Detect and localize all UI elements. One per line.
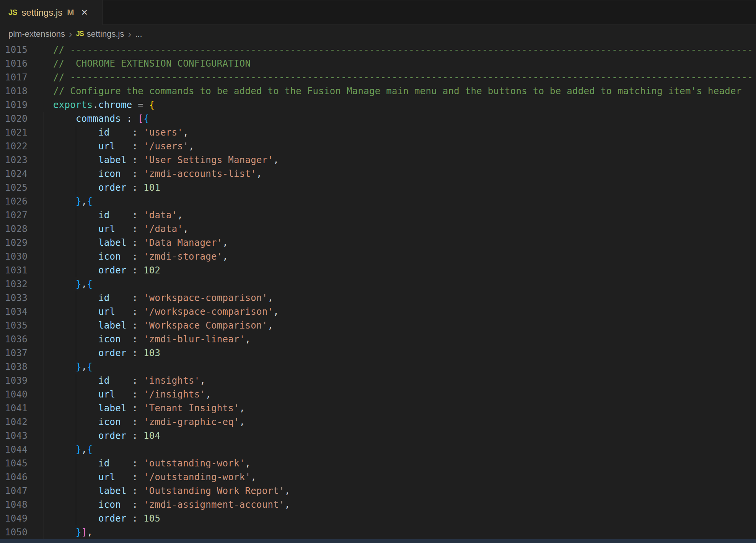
code-line[interactable]: 1022 url : '/users', — [0, 139, 756, 153]
line-number[interactable]: 1031 — [0, 263, 28, 277]
code-text[interactable]: id : 'outstanding-work', — [53, 456, 251, 470]
code-line[interactable]: 1028 url : '/data', — [0, 222, 756, 236]
code-line[interactable]: 1029 label : 'Data Manager', — [0, 236, 756, 250]
tab-settings-js[interactable]: JS settings.js M ✕ — [0, 0, 103, 25]
line-number[interactable]: 1046 — [0, 470, 28, 484]
code-line[interactable]: 1043 order : 104 — [0, 429, 756, 443]
code-text[interactable]: url : '/workspace-comparison', — [53, 305, 279, 319]
line-number[interactable]: 1050 — [0, 525, 28, 539]
line-number[interactable]: 1020 — [0, 112, 28, 126]
code-line[interactable]: 1030 icon : 'zmdi-storage', — [0, 250, 756, 263]
code-line[interactable]: 1027 id : 'data', — [0, 208, 756, 222]
line-number[interactable]: 1029 — [0, 236, 28, 250]
line-number[interactable]: 1027 — [0, 208, 28, 222]
line-number[interactable]: 1033 — [0, 291, 28, 305]
code-text[interactable]: commands : [{ — [53, 112, 149, 126]
code-line[interactable]: 1048 icon : 'zmdi-assignment-account', — [0, 498, 756, 512]
line-number[interactable]: 1034 — [0, 305, 28, 319]
code-text[interactable]: icon : 'zmdi-accounts-list', — [53, 167, 262, 181]
line-number[interactable]: 1017 — [0, 70, 28, 84]
code-line[interactable]: 1025 order : 101 — [0, 181, 756, 195]
code-text[interactable]: id : 'insights', — [53, 374, 205, 388]
code-line[interactable]: 1035 label : 'Workspace Comparison', — [0, 319, 756, 332]
line-number[interactable]: 1040 — [0, 388, 28, 401]
code-line[interactable]: 1038 },{ — [0, 360, 756, 374]
code-text[interactable]: },{ — [53, 195, 93, 208]
line-number[interactable]: 1036 — [0, 332, 28, 346]
code-text[interactable]: exports.chrome = { — [53, 98, 155, 112]
code-text[interactable]: // Configure the commands to be added to… — [53, 84, 741, 98]
close-tab-icon[interactable]: ✕ — [81, 8, 88, 18]
code-text[interactable]: // -------------------------------------… — [53, 43, 753, 57]
code-line[interactable]: 1016// CHOROME EXTENSION CONFIGURATION — [0, 57, 756, 70]
code-text[interactable]: },{ — [53, 443, 93, 456]
code-text[interactable]: },{ — [53, 360, 93, 374]
line-number[interactable]: 1032 — [0, 277, 28, 291]
code-text[interactable]: icon : 'zmdi-assignment-account', — [53, 498, 290, 512]
code-text[interactable]: label : 'User Settings Manager', — [53, 153, 279, 167]
line-number[interactable]: 1030 — [0, 250, 28, 263]
code-line[interactable]: 1018// Configure the commands to be adde… — [0, 84, 756, 98]
code-editor[interactable]: 1015// ---------------------------------… — [0, 43, 756, 539]
code-line[interactable]: 1047 label : 'Outstanding Work Report', — [0, 484, 756, 498]
line-number[interactable]: 1019 — [0, 98, 28, 112]
code-text[interactable]: icon : 'zmdi-graphic-eq', — [53, 415, 245, 429]
line-number[interactable]: 1025 — [0, 181, 28, 195]
breadcrumb-folder[interactable]: plm-extensions — [8, 29, 65, 39]
line-number[interactable]: 1035 — [0, 319, 28, 332]
code-line[interactable]: 1020 commands : [{ — [0, 112, 756, 126]
line-number[interactable]: 1026 — [0, 195, 28, 208]
code-line[interactable]: 1044 },{ — [0, 443, 756, 456]
code-line[interactable]: 1023 label : 'User Settings Manager', — [0, 153, 756, 167]
code-text[interactable]: // -------------------------------------… — [53, 70, 753, 84]
code-line[interactable]: 1034 url : '/workspace-comparison', — [0, 305, 756, 319]
code-line[interactable]: 1015// ---------------------------------… — [0, 43, 756, 57]
code-line[interactable]: 1032 },{ — [0, 277, 756, 291]
line-number[interactable]: 1039 — [0, 374, 28, 388]
line-number[interactable]: 1022 — [0, 139, 28, 153]
code-text[interactable]: // CHOROME EXTENSION CONFIGURATION — [53, 57, 251, 70]
code-text[interactable]: icon : 'zmdi-storage', — [53, 250, 228, 263]
code-line[interactable]: 1026 },{ — [0, 195, 756, 208]
code-text[interactable]: id : 'workspace-comparison', — [53, 291, 273, 305]
breadcrumb-file[interactable]: settings.js — [87, 29, 124, 39]
line-number[interactable]: 1015 — [0, 43, 28, 57]
code-text[interactable]: url : '/outstanding-work', — [53, 470, 256, 484]
code-line[interactable]: 1039 id : 'insights', — [0, 374, 756, 388]
code-line[interactable]: 1024 icon : 'zmdi-accounts-list', — [0, 167, 756, 181]
line-number[interactable]: 1037 — [0, 346, 28, 360]
code-line[interactable]: 1037 order : 103 — [0, 346, 756, 360]
code-text[interactable]: label : 'Tenant Insights', — [53, 401, 245, 415]
line-number[interactable]: 1047 — [0, 484, 28, 498]
code-line[interactable]: 1041 label : 'Tenant Insights', — [0, 401, 756, 415]
code-text[interactable]: order : 104 — [53, 429, 160, 443]
line-number[interactable]: 1024 — [0, 167, 28, 181]
code-line[interactable]: 1040 url : '/insights', — [0, 388, 756, 401]
code-line[interactable]: 1050 }], — [0, 525, 756, 539]
line-number[interactable]: 1042 — [0, 415, 28, 429]
code-line[interactable]: 1042 icon : 'zmdi-graphic-eq', — [0, 415, 756, 429]
line-number[interactable]: 1048 — [0, 498, 28, 512]
line-number[interactable]: 1023 — [0, 153, 28, 167]
code-line[interactable]: 1049 order : 105 — [0, 512, 756, 525]
line-number[interactable]: 1021 — [0, 126, 28, 139]
code-text[interactable]: label : 'Data Manager', — [53, 236, 228, 250]
code-text[interactable]: icon : 'zmdi-blur-linear', — [53, 332, 251, 346]
code-line[interactable]: 1036 icon : 'zmdi-blur-linear', — [0, 332, 756, 346]
code-line[interactable]: 1019exports.chrome = { — [0, 98, 756, 112]
code-text[interactable]: id : 'data', — [53, 208, 183, 222]
code-line[interactable]: 1031 order : 102 — [0, 263, 756, 277]
code-text[interactable]: url : '/insights', — [53, 388, 211, 401]
code-line[interactable]: 1017// ---------------------------------… — [0, 70, 756, 84]
code-text[interactable]: }], — [53, 525, 93, 539]
code-text[interactable]: },{ — [53, 277, 93, 291]
code-line[interactable]: 1033 id : 'workspace-comparison', — [0, 291, 756, 305]
code-text[interactable]: label : 'Outstanding Work Report', — [53, 484, 290, 498]
line-number[interactable]: 1043 — [0, 429, 28, 443]
line-number[interactable]: 1041 — [0, 401, 28, 415]
code-line[interactable]: 1046 url : '/outstanding-work', — [0, 470, 756, 484]
code-text[interactable]: url : '/users', — [53, 139, 194, 153]
line-number[interactable]: 1018 — [0, 84, 28, 98]
code-text[interactable]: order : 103 — [53, 346, 160, 360]
breadcrumb-symbol-ellipsis[interactable]: ... — [135, 29, 142, 39]
